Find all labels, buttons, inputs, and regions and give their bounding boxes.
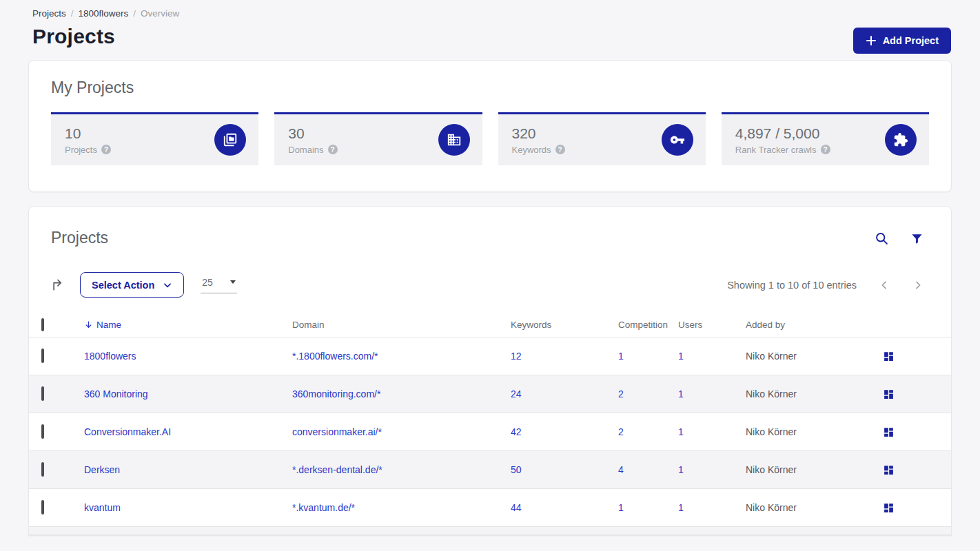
breadcrumb-separator: / bbox=[133, 8, 136, 19]
select-all-checkbox[interactable] bbox=[41, 318, 44, 331]
project-domain-link[interactable]: *.1800flowers.com/* bbox=[292, 351, 378, 362]
project-domain-link[interactable]: *.derksen-dental.de/* bbox=[292, 464, 382, 475]
users-count-link[interactable]: 1 bbox=[678, 426, 684, 437]
table-row: 1800flowers *.1800flowers.com/* 12 1 1 N… bbox=[29, 337, 951, 375]
keywords-count-label: Keywords bbox=[512, 145, 551, 155]
project-name-link[interactable]: kvantum bbox=[84, 502, 121, 513]
row-checkbox[interactable] bbox=[41, 349, 44, 363]
breadcrumb: Projects / 1800flowers / Overview bbox=[32, 8, 951, 19]
pagination bbox=[879, 280, 923, 291]
project-name-link[interactable]: Conversionmaker.AI bbox=[84, 426, 171, 437]
competition-count-link[interactable]: 4 bbox=[618, 464, 624, 475]
building-icon bbox=[438, 124, 470, 156]
filter-icon[interactable] bbox=[910, 232, 923, 245]
keywords-count-link[interactable]: 50 bbox=[511, 464, 522, 475]
project-domain-link[interactable]: conversionmaker.ai/* bbox=[292, 426, 382, 437]
added-by-text: Niko Körner bbox=[746, 426, 797, 437]
dashboard-icon[interactable] bbox=[883, 502, 951, 514]
page-header: Projects / 1800flowers / Overview Projec… bbox=[0, 0, 980, 48]
help-icon[interactable]: ? bbox=[101, 145, 111, 154]
keywords-count-link[interactable]: 12 bbox=[511, 351, 522, 362]
sort-desc-icon bbox=[84, 320, 93, 329]
project-name-link[interactable]: 1800flowers bbox=[84, 351, 136, 362]
project-domain-link[interactable]: 360monitoring.com/* bbox=[292, 388, 380, 399]
rank-tracker-count: 4,897 / 5,000 bbox=[735, 125, 830, 142]
stat-card-domains[interactable]: 30 Domains ? bbox=[274, 112, 482, 165]
next-page-icon[interactable] bbox=[912, 280, 923, 291]
column-header-users[interactable]: Users bbox=[678, 320, 746, 330]
users-count-link[interactable]: 1 bbox=[678, 502, 684, 513]
plus-icon bbox=[866, 35, 877, 46]
row-checkbox[interactable] bbox=[41, 500, 44, 514]
page-title: Projects bbox=[32, 25, 951, 48]
project-domain-link[interactable]: *.kvantum.de/* bbox=[292, 502, 355, 513]
domains-count: 30 bbox=[288, 125, 337, 142]
users-count-link[interactable]: 1 bbox=[678, 351, 684, 362]
chevron-down-icon bbox=[163, 280, 172, 290]
table-row: kvantum *.kvantum.de/* 44 1 1 Niko Körne… bbox=[29, 489, 951, 527]
help-icon[interactable]: ? bbox=[555, 145, 565, 154]
stat-card-projects[interactable]: 10 Projects ? bbox=[51, 112, 258, 165]
search-icon[interactable] bbox=[875, 231, 889, 246]
projects-table: Name Domain Keywords Competition Users A… bbox=[29, 313, 951, 535]
breadcrumb-projects[interactable]: Projects bbox=[32, 8, 66, 19]
puzzle-icon bbox=[885, 124, 917, 156]
row-checkbox[interactable] bbox=[41, 424, 44, 439]
competition-count-link[interactable]: 1 bbox=[618, 351, 624, 362]
breadcrumb-overview: Overview bbox=[141, 8, 179, 19]
add-project-label: Add Project bbox=[883, 35, 939, 46]
my-projects-title: My Projects bbox=[51, 79, 929, 97]
dashboard-icon[interactable] bbox=[883, 464, 951, 476]
caret-down-icon bbox=[230, 280, 236, 284]
table-header-row: Name Domain Keywords Competition Users A… bbox=[29, 313, 951, 337]
column-header-domain[interactable]: Domain bbox=[292, 320, 511, 330]
table-row: Derksen *.derksen-dental.de/* 50 4 1 Nik… bbox=[29, 451, 951, 489]
add-project-button[interactable]: Add Project bbox=[853, 28, 951, 54]
select-action-label: Select Action bbox=[92, 280, 154, 291]
competition-count-link[interactable]: 2 bbox=[618, 426, 624, 437]
help-icon[interactable]: ? bbox=[821, 145, 830, 154]
keywords-count-link[interactable]: 44 bbox=[511, 502, 522, 513]
row-checkbox[interactable] bbox=[41, 462, 44, 477]
panel-tools bbox=[875, 231, 923, 246]
added-by-text: Niko Körner bbox=[746, 464, 797, 475]
added-by-text: Niko Körner bbox=[746, 502, 797, 513]
keywords-count: 320 bbox=[512, 125, 565, 142]
competition-count-link[interactable]: 1 bbox=[618, 502, 624, 513]
help-icon[interactable]: ? bbox=[328, 145, 338, 154]
project-name-link[interactable]: Derksen bbox=[84, 464, 120, 475]
column-header-competition[interactable]: Competition bbox=[618, 320, 678, 330]
keywords-count-link[interactable]: 24 bbox=[511, 388, 522, 399]
stat-card-keywords[interactable]: 320 Keywords ? bbox=[498, 112, 706, 165]
users-count-link[interactable]: 1 bbox=[678, 388, 684, 399]
export-arrow-icon[interactable] bbox=[51, 278, 65, 292]
stat-row: 10 Projects ? 30 Domains ? bbox=[51, 112, 929, 165]
project-name-link[interactable]: 360 Monitoring bbox=[84, 388, 148, 399]
projects-copy-icon bbox=[214, 124, 246, 156]
dashboard-icon[interactable] bbox=[883, 388, 951, 400]
added-by-text: Niko Körner bbox=[746, 351, 797, 362]
projects-panel-title: Projects bbox=[29, 229, 951, 247]
prev-page-icon[interactable] bbox=[879, 280, 890, 291]
page-size-select[interactable]: 25 bbox=[201, 277, 237, 293]
domains-count-label: Domains bbox=[288, 145, 323, 155]
breadcrumb-1800flowers[interactable]: 1800flowers bbox=[79, 8, 129, 19]
dashboard-icon[interactable] bbox=[883, 426, 951, 438]
column-header-name[interactable]: Name bbox=[84, 320, 292, 330]
column-header-keywords[interactable]: Keywords bbox=[511, 320, 618, 330]
row-checkbox[interactable] bbox=[41, 386, 44, 401]
table-row: Conversionmaker.AI conversionmaker.ai/* … bbox=[29, 413, 951, 451]
keywords-count-link[interactable]: 42 bbox=[511, 426, 522, 437]
column-header-added-by[interactable]: Added by bbox=[746, 320, 883, 330]
stat-card-rank-tracker[interactable]: 4,897 / 5,000 Rank Tracker crawls ? bbox=[722, 112, 929, 165]
table-row-partial bbox=[29, 527, 951, 535]
page-size-value: 25 bbox=[202, 277, 213, 288]
competition-count-link[interactable]: 2 bbox=[618, 388, 624, 399]
dashboard-icon[interactable] bbox=[883, 351, 951, 362]
projects-count: 10 bbox=[65, 125, 111, 142]
showing-entries-text: Showing 1 to 10 of 10 entries bbox=[727, 280, 857, 291]
select-action-dropdown[interactable]: Select Action bbox=[80, 272, 184, 298]
users-count-link[interactable]: 1 bbox=[678, 464, 684, 475]
breadcrumb-separator: / bbox=[71, 8, 74, 19]
key-icon bbox=[662, 124, 693, 156]
